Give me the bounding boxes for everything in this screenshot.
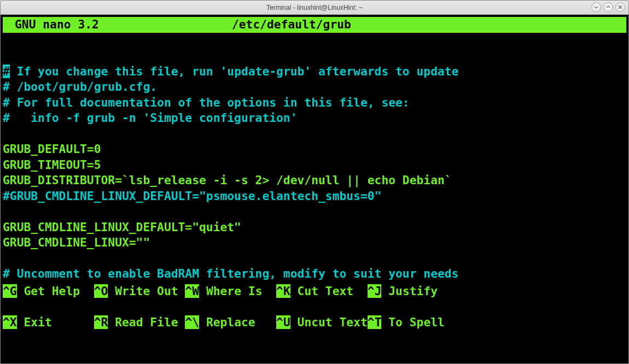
shortcut-justify-label: Justify (381, 284, 438, 298)
terminal-viewport[interactable]: GNU nano 3.2 /etc/default/grub # If you … (1, 15, 628, 363)
text-cursor: # (3, 64, 10, 78)
window-title: Terminal - linuxhint@LinuxHint: ~ (266, 4, 363, 11)
shortcut-cut-label: Cut Text (290, 284, 368, 298)
shortcut-writeout-label: Write Out (108, 284, 185, 298)
editor-content[interactable]: # If you change this file, run 'update-g… (3, 33, 626, 282)
shortcut-uncut-label: Uncut Text (290, 315, 368, 329)
shortcut-replace-key[interactable]: ^\ (185, 315, 199, 329)
shortcut-writeout-key[interactable]: ^O (94, 284, 108, 298)
file-line-3: # For full documentation of the options … (3, 96, 410, 109)
shortcut-spell-key[interactable]: ^T (368, 315, 382, 329)
shortcut-cut-key[interactable]: ^K (276, 284, 290, 298)
shortcut-help-label: Get Help (17, 284, 94, 298)
file-line-9: #GRUB_CMDLINE_LINUX_DEFAULT="psmouse.ela… (3, 189, 381, 203)
minimize-button[interactable] (591, 2, 601, 12)
shortcut-readfile-label: Read File (108, 315, 185, 329)
close-icon (618, 5, 622, 9)
file-line-1: If you change this file, run 'update-gru… (10, 64, 459, 78)
minimize-icon (594, 5, 598, 9)
file-line-11: GRUB_CMDLINE_LINUX_DEFAULT="quiet" (3, 220, 241, 234)
shortcut-row-1: ^G Get Help ^O Write Out ^W Where Is ^K … (3, 284, 626, 300)
shortcut-row-2: ^X Exit ^R Read File ^\ Replace ^U Uncut… (3, 315, 626, 331)
nano-version: GNU nano 3.2 (3, 17, 99, 33)
nano-shortcut-bar: ^G Get Help ^O Write Out ^W Where Is ^K … (3, 268, 626, 361)
nano-header-bar: GNU nano 3.2 /etc/default/grub (3, 17, 626, 33)
file-line-12: GRUB_CMDLINE_LINUX="" (3, 236, 150, 249)
shortcut-help-key[interactable]: ^G (3, 284, 17, 298)
shortcut-exit-key[interactable]: ^X (3, 315, 17, 329)
shortcut-exit-label: Exit (17, 315, 94, 329)
nano-filename: /etc/default/grub (232, 17, 351, 33)
shortcut-whereis-label: Where Is (199, 284, 276, 298)
maximize-icon (606, 5, 610, 9)
shortcut-readfile-key[interactable]: ^R (94, 315, 108, 329)
file-line-2: # /boot/grub/grub.cfg. (3, 80, 157, 93)
shortcut-uncut-key[interactable]: ^U (276, 315, 290, 329)
shortcut-replace-label: Replace (199, 315, 276, 329)
file-line-6: GRUB_DEFAULT=0 (3, 142, 101, 156)
shortcut-whereis-key[interactable]: ^W (185, 284, 199, 298)
terminal-window: Terminal - linuxhint@LinuxHint: ~ GNU na… (0, 0, 629, 364)
shortcut-justify-key[interactable]: ^J (368, 284, 382, 298)
file-line-8: GRUB_DISTRIBUTOR=`lsb_release -i -s 2> /… (3, 173, 452, 187)
file-line-7: GRUB_TIMEOUT=5 (3, 158, 101, 172)
window-titlebar[interactable]: Terminal - linuxhint@LinuxHint: ~ (1, 1, 628, 15)
maximize-button[interactable] (603, 2, 613, 12)
close-button[interactable] (615, 2, 625, 12)
shortcut-spell-label: To Spell (381, 315, 444, 329)
window-controls (591, 2, 625, 12)
file-line-4: # info -f grub -n 'Simple configuration' (3, 111, 298, 125)
